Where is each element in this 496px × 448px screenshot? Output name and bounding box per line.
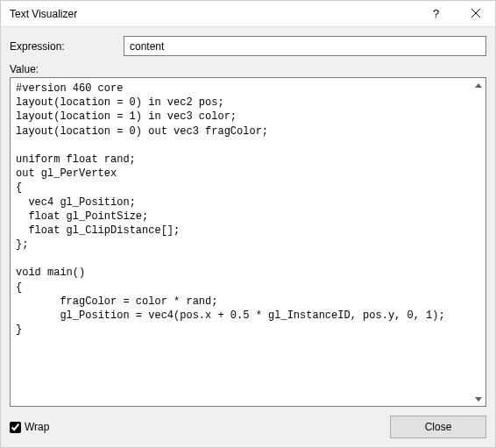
wrap-checkbox-group: Wrap xyxy=(10,421,49,433)
wrap-label[interactable]: Wrap xyxy=(25,421,49,433)
expression-input[interactable] xyxy=(124,36,486,56)
expression-label: Expression: xyxy=(10,40,124,53)
scroll-up-arrow-icon[interactable] xyxy=(471,78,485,92)
dialog-footer: Wrap Close xyxy=(10,414,486,438)
value-textarea[interactable]: #version 460 core layout(location = 0) i… xyxy=(10,77,486,407)
scroll-down-arrow-icon[interactable] xyxy=(471,392,485,406)
close-icon xyxy=(471,7,480,20)
window-close-button[interactable] xyxy=(456,1,495,27)
value-container: #version 460 core layout(location = 0) i… xyxy=(10,77,486,407)
expression-row: Expression: xyxy=(10,36,486,56)
titlebar: Text Visualizer ? xyxy=(1,1,495,27)
value-label: Value: xyxy=(10,63,486,75)
help-button[interactable]: ? xyxy=(416,1,456,27)
window-title: Text Visualizer xyxy=(10,8,416,20)
wrap-checkbox[interactable] xyxy=(10,422,21,433)
dialog-content: Expression: Value: #version 460 core lay… xyxy=(1,27,495,447)
help-icon: ? xyxy=(433,7,439,20)
close-button[interactable]: Close xyxy=(390,416,486,438)
